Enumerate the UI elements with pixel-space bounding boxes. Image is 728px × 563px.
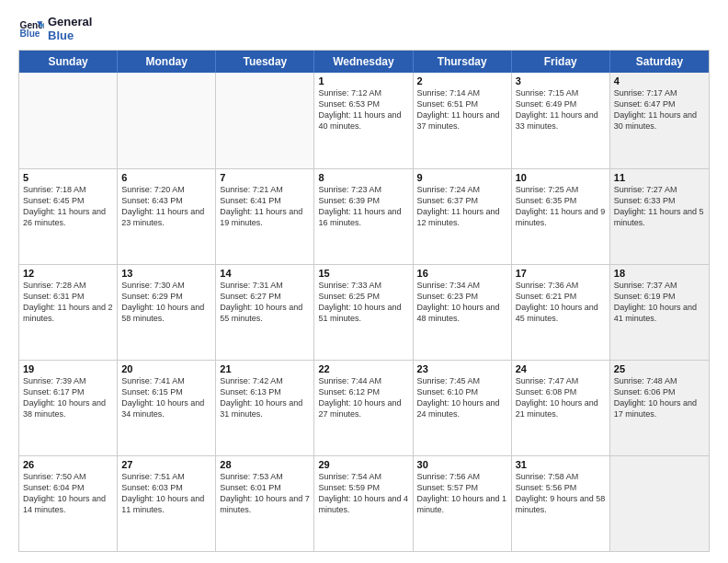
day-info: Sunrise: 7:39 AM Sunset: 6:17 PM Dayligh… [23,375,113,420]
day-number: 1 [318,75,408,86]
weekday-header-wednesday: Wednesday [314,51,413,73]
day-number: 10 [516,172,606,183]
header: General Blue General Blue [18,15,710,42]
day-info: Sunrise: 7:47 AM Sunset: 6:08 PM Dayligh… [516,375,606,420]
day-info: Sunrise: 7:37 AM Sunset: 6:19 PM Dayligh… [614,280,705,325]
day-info: Sunrise: 7:33 AM Sunset: 6:25 PM Dayligh… [318,280,408,325]
day-number: 21 [220,363,310,374]
calendar-row-2: 5Sunrise: 7:18 AM Sunset: 6:45 PM Daylig… [19,168,709,264]
day-info: Sunrise: 7:23 AM Sunset: 6:39 PM Dayligh… [318,184,408,229]
page: General Blue General Blue SundayMondayTu… [0,0,728,563]
day-info: Sunrise: 7:41 AM Sunset: 6:15 PM Dayligh… [121,375,211,420]
day-number: 26 [23,459,113,470]
day-info: Sunrise: 7:42 AM Sunset: 6:13 PM Dayligh… [220,375,310,420]
calendar-body: 1Sunrise: 7:12 AM Sunset: 6:53 PM Daylig… [19,73,709,551]
calendar-cell-18: 18Sunrise: 7:37 AM Sunset: 6:19 PM Dayli… [610,265,709,360]
day-number: 19 [23,363,113,374]
day-info: Sunrise: 7:30 AM Sunset: 6:29 PM Dayligh… [121,280,211,325]
day-info: Sunrise: 7:20 AM Sunset: 6:43 PM Dayligh… [121,184,211,229]
day-info: Sunrise: 7:36 AM Sunset: 6:21 PM Dayligh… [516,280,606,325]
calendar-cell-24: 24Sunrise: 7:47 AM Sunset: 6:08 PM Dayli… [512,361,610,455]
day-number: 4 [614,75,705,86]
calendar-cell-25: 25Sunrise: 7:48 AM Sunset: 6:06 PM Dayli… [610,361,709,455]
day-number: 14 [220,268,310,279]
calendar-cell-26: 26Sunrise: 7:50 AM Sunset: 6:04 PM Dayli… [19,456,118,551]
day-info: Sunrise: 7:18 AM Sunset: 6:45 PM Dayligh… [23,184,113,229]
weekday-header-monday: Monday [118,51,216,73]
calendar: SundayMondayTuesdayWednesdayThursdayFrid… [18,50,710,552]
day-number: 17 [516,268,606,279]
day-number: 27 [121,459,211,470]
day-info: Sunrise: 7:48 AM Sunset: 6:06 PM Dayligh… [614,375,705,420]
day-info: Sunrise: 7:44 AM Sunset: 6:12 PM Dayligh… [318,375,408,420]
calendar-cell-empty-0-2 [216,73,314,168]
day-info: Sunrise: 7:24 AM Sunset: 6:37 PM Dayligh… [417,184,507,229]
calendar-cell-31: 31Sunrise: 7:58 AM Sunset: 5:56 PM Dayli… [512,456,610,551]
calendar-row-1: 1Sunrise: 7:12 AM Sunset: 6:53 PM Daylig… [19,73,709,168]
day-number: 15 [318,268,408,279]
day-number: 18 [614,268,705,279]
day-info: Sunrise: 7:25 AM Sunset: 6:35 PM Dayligh… [516,184,606,229]
calendar-cell-14: 14Sunrise: 7:31 AM Sunset: 6:27 PM Dayli… [216,265,314,360]
weekday-header-tuesday: Tuesday [216,51,314,73]
weekday-header-sunday: Sunday [19,51,118,73]
day-number: 13 [121,268,211,279]
calendar-cell-23: 23Sunrise: 7:45 AM Sunset: 6:10 PM Dayli… [414,361,512,455]
day-number: 5 [23,172,113,183]
day-info: Sunrise: 7:53 AM Sunset: 6:01 PM Dayligh… [220,471,310,516]
calendar-row-3: 12Sunrise: 7:28 AM Sunset: 6:31 PM Dayli… [19,264,709,360]
calendar-cell-empty-0-0 [19,73,118,168]
day-number: 31 [516,459,606,470]
day-number: 28 [220,459,310,470]
day-number: 29 [318,459,408,470]
logo-blue: Blue [48,29,92,42]
calendar-cell-1: 1Sunrise: 7:12 AM Sunset: 6:53 PM Daylig… [314,73,413,168]
calendar-cell-13: 13Sunrise: 7:30 AM Sunset: 6:29 PM Dayli… [118,265,216,360]
svg-text:Blue: Blue [20,29,40,39]
calendar-cell-29: 29Sunrise: 7:54 AM Sunset: 5:59 PM Dayli… [314,456,413,551]
logo-general: General [48,15,92,29]
calendar-cell-3: 3Sunrise: 7:15 AM Sunset: 6:49 PM Daylig… [512,73,610,168]
calendar-cell-2: 2Sunrise: 7:14 AM Sunset: 6:51 PM Daylig… [414,73,512,168]
day-info: Sunrise: 7:14 AM Sunset: 6:51 PM Dayligh… [417,87,507,132]
weekday-header-thursday: Thursday [414,51,512,73]
calendar-cell-10: 10Sunrise: 7:25 AM Sunset: 6:35 PM Dayli… [512,169,610,264]
logo: General Blue General Blue [18,15,92,42]
day-number: 20 [121,363,211,374]
day-info: Sunrise: 7:34 AM Sunset: 6:23 PM Dayligh… [417,280,507,325]
calendar-cell-21: 21Sunrise: 7:42 AM Sunset: 6:13 PM Dayli… [216,361,314,455]
day-info: Sunrise: 7:50 AM Sunset: 6:04 PM Dayligh… [23,471,113,516]
day-number: 8 [318,172,408,183]
calendar-cell-6: 6Sunrise: 7:20 AM Sunset: 6:43 PM Daylig… [118,169,216,264]
calendar-cell-16: 16Sunrise: 7:34 AM Sunset: 6:23 PM Dayli… [414,265,512,360]
calendar-cell-27: 27Sunrise: 7:51 AM Sunset: 6:03 PM Dayli… [118,456,216,551]
calendar-cell-20: 20Sunrise: 7:41 AM Sunset: 6:15 PM Dayli… [118,361,216,455]
day-info: Sunrise: 7:15 AM Sunset: 6:49 PM Dayligh… [516,87,606,132]
day-number: 12 [23,268,113,279]
day-info: Sunrise: 7:27 AM Sunset: 6:33 PM Dayligh… [614,184,705,229]
calendar-row-4: 19Sunrise: 7:39 AM Sunset: 6:17 PM Dayli… [19,360,709,455]
day-info: Sunrise: 7:58 AM Sunset: 5:56 PM Dayligh… [516,471,606,516]
day-number: 7 [220,172,310,183]
day-number: 22 [318,363,408,374]
calendar-cell-11: 11Sunrise: 7:27 AM Sunset: 6:33 PM Dayli… [610,169,709,264]
calendar-cell-28: 28Sunrise: 7:53 AM Sunset: 6:01 PM Dayli… [216,456,314,551]
day-info: Sunrise: 7:21 AM Sunset: 6:41 PM Dayligh… [220,184,310,229]
calendar-cell-22: 22Sunrise: 7:44 AM Sunset: 6:12 PM Dayli… [314,361,413,455]
day-info: Sunrise: 7:12 AM Sunset: 6:53 PM Dayligh… [318,87,408,132]
calendar-cell-8: 8Sunrise: 7:23 AM Sunset: 6:39 PM Daylig… [314,169,413,264]
calendar-cell-4: 4Sunrise: 7:17 AM Sunset: 6:47 PM Daylig… [610,73,709,168]
calendar-cell-30: 30Sunrise: 7:56 AM Sunset: 5:57 PM Dayli… [414,456,512,551]
calendar-cell-19: 19Sunrise: 7:39 AM Sunset: 6:17 PM Dayli… [19,361,118,455]
day-number: 24 [516,363,606,374]
calendar-cell-empty-0-1 [118,73,216,168]
day-info: Sunrise: 7:54 AM Sunset: 5:59 PM Dayligh… [318,471,408,516]
calendar-cell-9: 9Sunrise: 7:24 AM Sunset: 6:37 PM Daylig… [414,169,512,264]
weekday-header-friday: Friday [512,51,610,73]
day-number: 6 [121,172,211,183]
day-number: 16 [417,268,507,279]
day-number: 25 [614,363,705,374]
day-info: Sunrise: 7:56 AM Sunset: 5:57 PM Dayligh… [417,471,507,516]
day-number: 3 [516,75,606,86]
day-number: 11 [614,172,705,183]
